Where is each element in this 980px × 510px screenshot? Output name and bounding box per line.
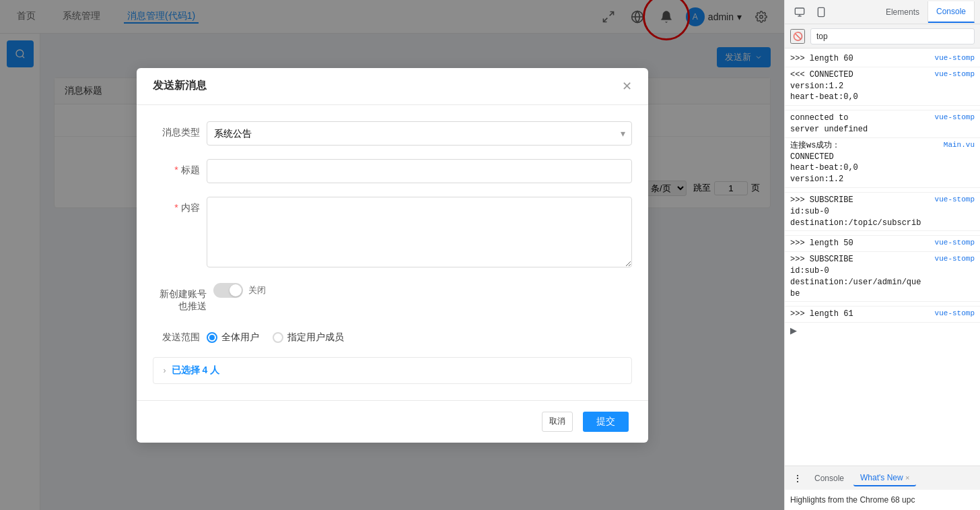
console-entry: 连接ws成功： CONNECTED heart-beat:0,0 version… [785, 138, 980, 188]
elements-tab[interactable]: Elements [878, 1, 928, 23]
send-message-modal: 发送新消息 ✕ 消息类型 系统公告 ▾ [137, 68, 648, 443]
modal-overlay[interactable]: 发送新消息 ✕ 消息类型 系统公告 ▾ [0, 0, 784, 510]
content-row: 内容 [153, 197, 632, 269]
send-scope-label: 发送范围 [153, 326, 207, 344]
console-entry [785, 231, 980, 236]
console-entry [785, 106, 980, 110]
console-entry: >>> SUBSCRIBE id:sub-0 destination:/user… [785, 252, 980, 302]
console-link-1[interactable]: vue-stomp [935, 53, 975, 65]
console-text-7: >>> SUBSCRIBE id:sub-0 destination:/topi… [790, 195, 930, 228]
svg-rect-7 [795, 8, 804, 14]
console-link-4[interactable]: vue-stomp [935, 113, 975, 135]
modal-close-button[interactable]: ✕ [622, 79, 632, 94]
scope-specific-radio[interactable]: 指定用户成员 [273, 331, 344, 344]
console-entry [785, 302, 980, 307]
new-account-row: 新创建账号也推送 关闭 [153, 283, 632, 313]
scope-all-radio[interactable]: 全体用户 [207, 331, 259, 344]
console-tab[interactable]: Console [928, 1, 975, 23]
console-entry: >>> length 61 vue-stomp [785, 307, 980, 323]
console-link-12[interactable]: vue-stomp [935, 309, 975, 320]
whatsnew-close-icon[interactable]: × [905, 474, 909, 482]
console-entry: >>> SUBSCRIBE id:sub-0 destination:/topi… [785, 193, 980, 231]
bottom-menu-icon[interactable]: ⋮ [790, 470, 805, 486]
devtools-panel: Elements Console 🚫 top >>> length 60 vue… [784, 0, 980, 510]
title-row: 标题 [153, 159, 632, 183]
submit-button[interactable]: 提交 [583, 412, 629, 432]
send-scope-control: 全体用户 指定用户成员 [207, 326, 632, 344]
console-entry: connected to server undefined vue-stomp [785, 110, 980, 138]
modal-body: 消息类型 系统公告 ▾ 标题 [137, 105, 648, 400]
console-link-10[interactable]: vue-stomp [935, 254, 975, 299]
selected-users-text: 已选择 4 人 [172, 364, 220, 377]
send-scope-row: 发送范围 全体用户 指定用户成员 [153, 326, 632, 344]
console-expand-btn[interactable]: ▶ [790, 325, 797, 336]
console-text-5: 连接ws成功： CONNECTED heart-beat:0,0 version… [790, 140, 938, 185]
console-text-12: >>> length 61 [790, 309, 930, 320]
inspect-icon-btn[interactable] [790, 3, 809, 22]
cancel-button[interactable]: 取消 [542, 412, 573, 432]
new-account-label: 新创建账号也推送 [153, 283, 213, 313]
console-entry [785, 188, 980, 193]
devtools-bottom-tabs: ⋮ Console What's New × [785, 466, 980, 490]
bottom-tab-whatsnew[interactable]: What's New × [853, 470, 916, 486]
device-icon-btn[interactable] [812, 3, 831, 22]
console-text-9: >>> length 50 [790, 238, 930, 249]
message-type-row: 消息类型 系统公告 ▾ [153, 121, 632, 146]
selected-users-expand-icon: › [164, 366, 166, 375]
console-filter-text: top [816, 32, 828, 41]
console-link-5[interactable]: Main.vu [944, 140, 975, 185]
scope-specific-radio-circle [273, 332, 283, 343]
title-label: 标题 [153, 159, 207, 177]
selected-users-bar[interactable]: › 已选择 4 人 [153, 357, 632, 384]
message-type-select[interactable]: 系统公告 [207, 121, 632, 146]
console-text-4: connected to server undefined [790, 113, 930, 135]
console-text-10: >>> SUBSCRIBE id:sub-0 destination:/user… [790, 254, 930, 299]
modal-footer: 取消 提交 [137, 400, 648, 443]
toggle-knob [230, 284, 242, 296]
console-entry: <<< CONNECTED version:1.2 heart-beat:0,0… [785, 67, 980, 106]
console-clear-btn[interactable]: 🚫 [790, 29, 805, 44]
new-account-toggle[interactable] [213, 283, 243, 298]
console-text-1: >>> length 60 [790, 53, 930, 65]
content-textarea[interactable] [207, 197, 632, 267]
console-filter-input[interactable]: top [810, 28, 975, 44]
console-entry: >>> length 50 vue-stomp [785, 236, 980, 252]
devtools-toolbar: Elements Console [785, 0, 980, 24]
message-type-select-wrapper: 系统公告 ▾ [207, 121, 632, 146]
title-control [207, 159, 632, 183]
console-entry: >>> length 60 vue-stomp [785, 51, 980, 67]
scope-all-radio-circle [207, 332, 217, 343]
console-expand-row: ▶ [785, 323, 980, 339]
scope-all-label: 全体用户 [221, 331, 259, 344]
console-text-2: <<< CONNECTED version:1.2 heart-beat:0,0 [790, 69, 930, 103]
console-link-2[interactable]: vue-stomp [935, 69, 975, 103]
bottom-tab-console[interactable]: Console [808, 471, 851, 486]
console-link-9[interactable]: vue-stomp [935, 238, 975, 249]
message-type-label: 消息类型 [153, 121, 207, 139]
toggle-wrapper: 关闭 [213, 283, 632, 298]
modal-header: 发送新消息 ✕ [137, 68, 648, 105]
modal-title: 发送新消息 [153, 79, 207, 93]
toggle-label: 关闭 [248, 284, 266, 296]
console-link-7[interactable]: vue-stomp [935, 195, 975, 228]
console-bar: 🚫 top [785, 24, 980, 49]
send-scope-radio-group: 全体用户 指定用户成员 [207, 326, 632, 344]
message-type-control: 系统公告 ▾ [207, 121, 632, 146]
devtools-highlights-text: Highlights from the Chrome 68 upc [785, 490, 980, 510]
content-control [207, 197, 632, 269]
content-label: 内容 [153, 197, 207, 214]
svg-rect-10 [818, 7, 824, 16]
devtools-tabs: Elements Console [878, 1, 975, 23]
title-input[interactable] [207, 159, 632, 183]
scope-specific-label: 指定用户成员 [287, 331, 344, 344]
devtools-content[interactable]: >>> length 60 vue-stomp <<< CONNECTED ve… [785, 49, 980, 466]
